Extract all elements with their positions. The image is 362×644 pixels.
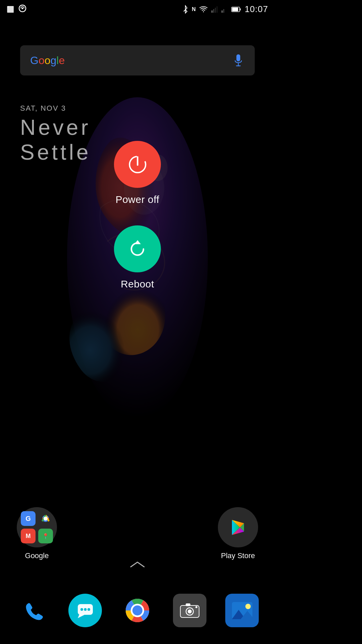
svg-rect-12	[240, 8, 241, 10]
status-right-icons: N 10:07	[182, 4, 268, 14]
svg-point-32	[132, 605, 142, 615]
bluetooth-icon	[182, 5, 188, 14]
reboot-icon	[127, 238, 148, 260]
reboot-button[interactable]	[114, 225, 161, 272]
dock-phone-button[interactable]	[16, 594, 50, 627]
svg-point-4	[22, 8, 23, 9]
power-menu: Power off Reboot	[114, 141, 161, 310]
play-store-icon	[218, 507, 258, 547]
svg-point-21	[44, 517, 48, 521]
svg-rect-36	[186, 603, 190, 606]
power-off-label: Power off	[116, 194, 160, 205]
voice-search-button[interactable]	[232, 54, 245, 67]
dock-camera-button[interactable]	[173, 594, 206, 627]
date-display: SAT, NOV 3	[20, 104, 91, 113]
reboot-label: Reboot	[121, 278, 154, 290]
svg-rect-10	[223, 9, 224, 13]
wifi-icon	[199, 6, 208, 13]
status-bar: ⬜ N	[0, 0, 275, 18]
svg-point-35	[188, 609, 192, 613]
play-store-app[interactable]: Play Store	[218, 507, 258, 560]
time-display: 10:07	[245, 4, 268, 14]
svg-point-28	[84, 608, 86, 611]
date-area: SAT, NOV 3 Never Settle	[20, 104, 91, 165]
sync-icon	[18, 4, 27, 14]
svg-point-27	[80, 608, 83, 611]
dock-gallery-button[interactable]	[225, 594, 259, 627]
svg-point-42	[245, 604, 251, 609]
gmail-mini: M	[21, 529, 36, 543]
power-off-button[interactable]	[114, 141, 161, 188]
svg-rect-14	[236, 54, 240, 61]
tagline-display: Never Settle	[20, 115, 91, 165]
google-search-mini: G	[21, 511, 36, 526]
chrome-mini	[38, 511, 53, 526]
play-store-label: Play Store	[221, 551, 255, 560]
svg-point-29	[87, 608, 90, 611]
signal2-icon	[221, 6, 228, 13]
svg-marker-19	[134, 240, 141, 244]
home-apps-row: G M 📍 Google	[0, 507, 275, 560]
svg-rect-13	[232, 7, 238, 11]
svg-rect-8	[217, 6, 218, 13]
tagline-line2: Settle	[20, 140, 91, 165]
svg-rect-7	[215, 8, 216, 13]
svg-rect-5	[212, 10, 213, 13]
status-left-icons: ⬜	[7, 4, 27, 14]
google-search-bar[interactable]: Google	[20, 45, 255, 75]
tagline-line1: Never	[20, 115, 91, 140]
svg-rect-9	[222, 10, 223, 13]
power-off-icon	[127, 154, 148, 175]
dock-messages-button[interactable]	[68, 594, 102, 627]
svg-point-37	[195, 606, 197, 608]
maps-mini: 📍	[38, 529, 53, 543]
google-folder-label: Google	[25, 551, 49, 560]
google-folder-app[interactable]: G M 📍 Google	[17, 507, 57, 560]
sim-icon: ⬜	[7, 6, 14, 13]
signal-icon	[211, 6, 218, 13]
svg-rect-6	[213, 9, 214, 13]
google-logo: Google	[30, 54, 65, 67]
dock	[0, 577, 275, 644]
app-drawer-hint[interactable]	[129, 559, 146, 572]
nfc-icon: N	[192, 6, 196, 12]
battery-icon	[231, 6, 241, 13]
google-folder-icon: G M 📍	[17, 507, 57, 547]
dock-chrome-button[interactable]	[121, 594, 154, 627]
